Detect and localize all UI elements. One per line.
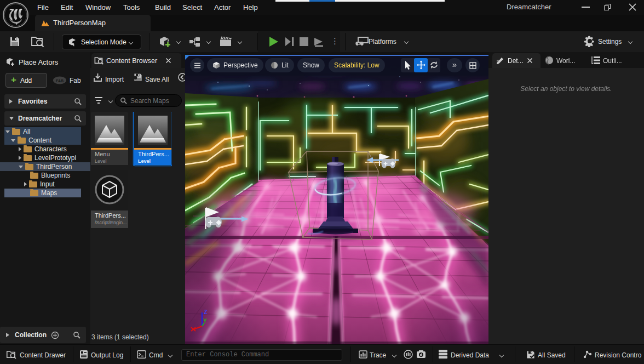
- svg-text:Level: Level: [138, 158, 151, 164]
- svg-text:Z: Z: [204, 309, 207, 315]
- svg-text:Y: Y: [203, 318, 207, 324]
- svg-text:FAB: FAB: [56, 79, 64, 83]
- svg-text:Level: Level: [95, 158, 107, 164]
- svg-text:Menu: Menu: [95, 151, 110, 157]
- svg-text:ThirdPers...: ThirdPers...: [138, 151, 169, 157]
- svg-text:/Script/Engin...: /Script/Engin...: [95, 220, 127, 225]
- svg-text:ThirdPers...: ThirdPers...: [95, 212, 126, 219]
